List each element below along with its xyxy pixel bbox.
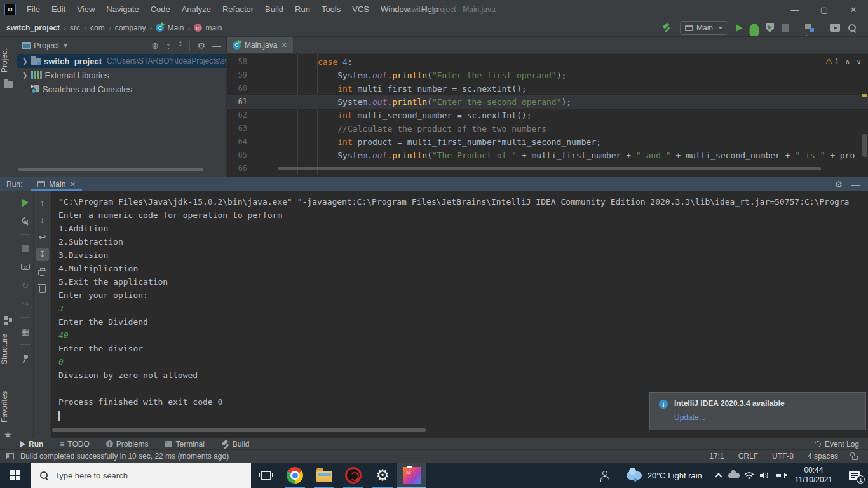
event-log-button[interactable]: Event Log [815,440,868,449]
taskbar-chrome-button[interactable] [280,463,309,488]
taskbar-file-explorer-button[interactable] [309,463,339,488]
stop-button[interactable] [782,24,789,32]
line-number[interactable]: 58 [227,55,253,69]
editor-horizontal-scrollbar[interactable] [278,167,821,170]
project-horizontal-scrollbar[interactable] [18,168,203,171]
indent-setting[interactable]: 4 spaces [808,452,838,461]
soft-wrap-icon[interactable]: ↩ [36,231,49,243]
close-button[interactable]: ✕ [839,0,868,19]
menu-analyze[interactable]: Analyze [176,4,217,14]
pin-tab-icon[interactable] [19,352,32,365]
line-ending[interactable]: CRLF [738,452,758,461]
tree-item-project-root[interactable]: ❯ switch_project C:\Users\STARBOY\IdeaPr… [17,54,226,68]
code-line-64[interactable]: 64 int product = multi_first_number*mult… [227,135,868,149]
edit-configuration-icon[interactable] [19,215,32,227]
build-hammer-icon[interactable] [662,23,672,33]
inspection-widget[interactable]: ⚠ 1 ∧ ∨ [825,57,862,66]
minimize-button[interactable]: — [780,0,810,19]
code-line-61[interactable]: 61 System.out.println("Enter the second … [227,95,868,109]
tree-item-external-libraries[interactable]: ❯ External Libraries [17,68,226,82]
breadcrumb-src[interactable]: src [70,24,80,32]
lock-icon[interactable] [852,456,858,460]
editor-vertical-scrollbar[interactable] [862,134,867,157]
taskbar-settings-button[interactable]: ⚙ [368,463,397,488]
restore-layout-icon[interactable]: ▦ [19,325,32,337]
status-message[interactable]: Build completed successfully in 10 sec, … [20,452,229,461]
editor-tab-main-java[interactable]: C Main.java ✕ [227,37,293,53]
start-button[interactable] [0,463,31,488]
line-number[interactable]: 62 [227,109,253,122]
battery-tray-icon[interactable] [772,463,787,488]
run-configuration-select[interactable]: Main [680,21,728,35]
hide-panel-icon[interactable]: — [851,179,860,189]
line-number[interactable]: 61 [227,95,253,109]
task-view-button[interactable] [251,463,280,488]
menu-refactor[interactable]: Refactor [217,4,259,14]
tool-window-run-icon[interactable] [830,24,840,32]
menu-edit[interactable]: Edit [46,4,71,14]
code-line-58[interactable]: 58 case 4: [227,55,868,69]
tool-window-favorites-tab[interactable]: Favorites [0,388,17,426]
debug-button[interactable] [750,24,758,32]
console-horizontal-scrollbar[interactable] [52,428,426,432]
breadcrumb-switch_project[interactable]: switch_project [6,24,60,32]
profiler-button[interactable] [805,24,814,32]
expand-all-icon[interactable]: ⌄⌄ [166,43,171,49]
maximize-button[interactable]: ▢ [810,0,839,19]
chevron-right-icon[interactable]: ❯ [20,71,30,79]
close-tab-icon[interactable]: ✕ [281,41,287,50]
prev-error-icon[interactable]: ∧ [844,57,850,66]
menu-file[interactable]: File [21,4,46,14]
line-number[interactable]: 66 [227,162,253,175]
action-center-button[interactable]: 1 [840,463,868,488]
tool-window-toggle-icon[interactable] [6,453,14,459]
update-link[interactable]: Update... [674,413,785,422]
hide-panel-icon[interactable]: — [212,41,221,51]
code-line-63[interactable]: 63 //Calculate the product of the two nu… [227,122,868,135]
locate-file-icon[interactable]: ⊕ [152,41,159,51]
taskbar-clock[interactable]: 00:44 11/10/2021 [787,466,840,485]
tool-window-project-tab[interactable]: Project [0,44,17,76]
tool-window-run-button[interactable]: Run [20,440,43,449]
line-number[interactable]: 60 [227,82,253,95]
next-error-icon[interactable]: ∨ [856,57,862,66]
taskbar-red-app-button[interactable] [339,463,368,488]
code-editor[interactable]: 58 case 4:59 System.out.println("Enter t… [227,54,868,177]
restart-icon[interactable]: ↻ [19,279,32,292]
menu-build[interactable]: Build [259,4,289,14]
tray-expand-button[interactable] [711,463,726,488]
line-number[interactable]: 59 [227,69,253,82]
menu-view[interactable]: View [71,4,100,14]
code-line-60[interactable]: 60 int multi_first_number = sc.nextInt()… [227,82,868,95]
tool-window-terminal-button[interactable]: Terminal [165,440,204,449]
exit-icon[interactable]: ↪ [19,297,32,310]
run-tab-main[interactable]: Main ✕ [31,177,82,191]
line-number[interactable]: 64 [227,135,253,149]
rerun-button[interactable] [19,196,32,209]
menu-run[interactable]: Run [289,4,316,14]
stop-button[interactable] [19,242,32,255]
thread-dump-icon[interactable] [19,261,32,273]
line-number[interactable]: 65 [227,149,253,162]
tool-window-todo-button[interactable]: ≡ TODO [60,440,89,449]
run-button[interactable] [736,24,743,32]
scroll-to-end-icon[interactable]: ↧ [36,248,49,261]
network-tray-icon[interactable] [742,463,757,488]
tool-window-build-button[interactable]: Build [221,440,250,449]
project-view-select[interactable]: Project ▼ [22,41,68,50]
breadcrumb-com[interactable]: com [90,24,105,32]
print-icon[interactable] [36,265,49,278]
onedrive-tray-icon[interactable] [726,463,742,488]
line-number[interactable]: 63 [227,122,253,135]
menu-navigate[interactable]: Navigate [100,4,144,14]
breadcrumb-class[interactable]: C Main [156,24,184,32]
up-stack-trace-icon[interactable]: ↑ [36,196,49,209]
tool-window-structure-tab[interactable]: Structure [0,330,17,369]
down-stack-trace-icon[interactable]: ↓ [36,214,49,226]
breadcrumb-company[interactable]: company [115,24,146,32]
settings-gear-icon[interactable]: ⚙ [197,41,205,51]
code-line-59[interactable]: 59 System.out.println("Enter the first o… [227,69,868,82]
caret-position[interactable]: 17:1 [709,452,724,461]
taskbar-intellij-button[interactable]: IJ [397,463,426,488]
chevron-right-icon[interactable]: ❯ [20,57,30,65]
